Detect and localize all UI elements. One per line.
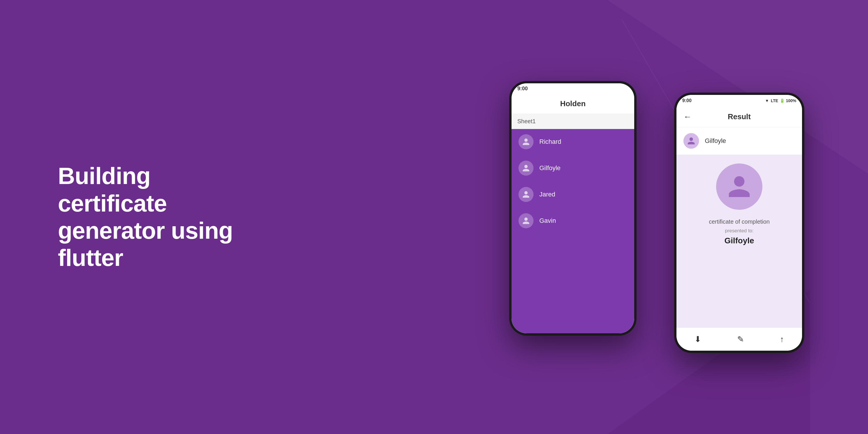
phone-1-sheet-tab[interactable]: Sheet1 (512, 114, 634, 129)
phone-1-app-bar: Holden (512, 94, 634, 114)
phone-1-status-bar: 9:00 (512, 83, 634, 94)
phones-section: 9:00 Holden Sheet1 (492, 58, 810, 376)
share-button[interactable]: ↑ (780, 335, 784, 344)
phone-2-content: 9:00 ▼ LTE 🔋 100% ← Result (677, 95, 802, 351)
action-bar: ⬇ ✎ ↑ (677, 328, 802, 351)
person-icon-2 (522, 164, 530, 172)
avatar-jared (519, 187, 533, 202)
wifi-icon: ▼ (765, 98, 769, 103)
user-avatar-icon (687, 136, 695, 145)
phone-2-screen: 9:00 ▼ LTE 🔋 100% ← Result (677, 95, 802, 351)
left-section: Building certificate generator using flu… (58, 162, 260, 271)
cert-presented-label: presented to: (725, 228, 753, 234)
cert-recipient-name: Gilfoyle (724, 236, 754, 245)
user-name-display: Gilfoyle (705, 137, 726, 145)
list-item-gavin[interactable]: Gavin (512, 208, 634, 234)
phone-2-status-icons: ▼ LTE 🔋 100% (765, 98, 796, 103)
phone-2-app-bar: ← Result (677, 106, 802, 127)
phone-2-status-bar: 9:00 ▼ LTE 🔋 100% (677, 95, 802, 106)
phone-2: 9:00 ▼ LTE 🔋 100% ← Result (674, 93, 804, 353)
back-button[interactable]: ← (683, 112, 691, 122)
list-item-jared[interactable]: Jared (512, 182, 634, 207)
phone-2-time: 9:00 (682, 98, 691, 103)
edit-button[interactable]: ✎ (737, 335, 744, 344)
cert-avatar (716, 163, 763, 210)
name-jared: Jared (539, 191, 555, 198)
phone-2-title: Result (728, 112, 750, 121)
phone-1-list: Richard Gilfoyle (512, 129, 634, 333)
avatar-gavin (519, 213, 533, 228)
page-title: Building certificate generator using flu… (58, 162, 260, 271)
list-item-gilfoyle[interactable]: Gilfoyle (512, 155, 634, 181)
phone-1-screen: 9:00 Holden Sheet1 (512, 83, 634, 333)
person-icon (522, 138, 530, 146)
name-gavin: Gavin (539, 217, 556, 224)
signal-icon: LTE (771, 98, 778, 103)
phone-1-time: 9:00 (517, 86, 528, 92)
download-button[interactable]: ⬇ (694, 335, 701, 344)
title-line2: generator using (58, 217, 233, 244)
certificate-area: certificate of completion presented to: … (677, 155, 802, 328)
title-line3: flutter (58, 245, 123, 271)
cert-avatar-icon (726, 174, 752, 199)
page-content: Building certificate generator using flu… (0, 0, 868, 434)
person-icon-4 (522, 217, 530, 225)
avatar-richard (519, 134, 533, 149)
phone-2-user-row: Gilfoyle (677, 127, 802, 155)
list-item-richard[interactable]: Richard (512, 129, 634, 155)
name-gilfoyle: Gilfoyle (539, 164, 560, 172)
name-richard: Richard (539, 138, 561, 146)
cert-title: certificate of completion (709, 218, 770, 225)
phone-1: 9:00 Holden Sheet1 (509, 81, 637, 336)
title-line1: Building certificate (58, 163, 167, 216)
phone-1-content: 9:00 Holden Sheet1 (512, 83, 634, 333)
user-avatar-gilfoyle (683, 133, 699, 149)
sheet-tab-label: Sheet1 (517, 118, 535, 124)
battery-icon: 🔋 100% (780, 98, 796, 103)
avatar-gilfoyle (519, 161, 533, 176)
phone-1-title: Holden (560, 99, 586, 108)
person-icon-3 (522, 190, 530, 198)
